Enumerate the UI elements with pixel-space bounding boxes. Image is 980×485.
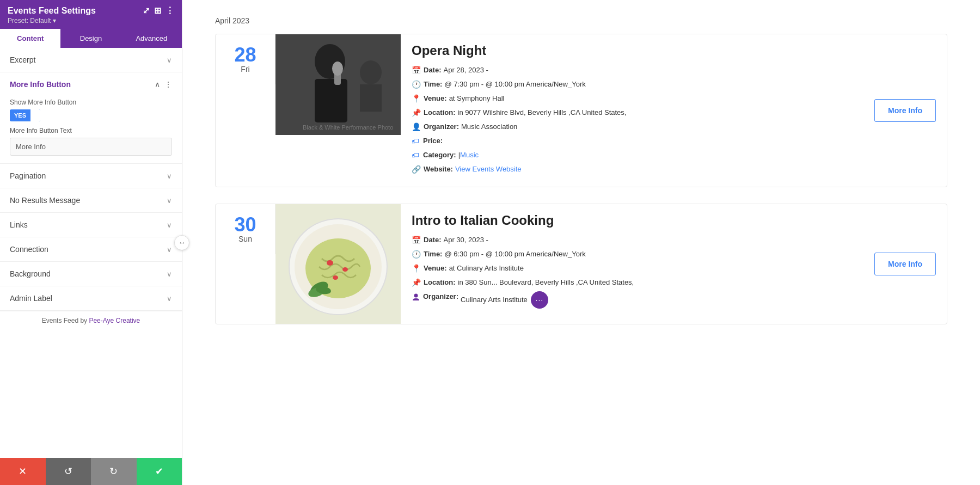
chevron-down-icon: ∨: [167, 294, 172, 303]
meta-location-cooking: 📌 Location: in 380 Sun... Boulevard, Bev…: [412, 277, 853, 288]
chevron-down-icon: ∨: [167, 197, 172, 205]
section-admin-label[interactable]: Admin Label ∨: [0, 286, 182, 311]
section-more-info-button: More Info Button ∧ ⋮ Show More Info Butt…: [0, 72, 182, 164]
map-pin-icon: 📌: [412, 277, 421, 288]
section-admin-label-label: Admin Label: [10, 294, 52, 303]
person-icon: 👤: [412, 121, 421, 133]
preset-label[interactable]: Preset: Default ▾: [8, 17, 174, 24]
show-more-info-toggle[interactable]: YES: [10, 109, 40, 121]
save-button[interactable]: ✔: [137, 458, 182, 485]
event-card-opera: 28 Fri Black & White Performance Photo O…: [215, 34, 947, 187]
event-day-num-opera: 28: [234, 45, 256, 65]
clock-icon: 🕐: [412, 249, 421, 260]
svg-point-15: [333, 275, 338, 280]
meta-organizer-cooking: Organizer: Culinary Arts Institute ···: [412, 291, 853, 309]
category-icon: 🏷: [412, 150, 420, 161]
link-icon: 🔗: [412, 164, 421, 175]
calendar-icon: 📅: [412, 65, 421, 76]
event-image-cooking: [275, 204, 401, 324]
meta-date-cooking: 📅 Date: Apr 30, 2023 -: [412, 235, 853, 246]
chevron-down-icon: ∨: [167, 221, 172, 229]
section-no-results[interactable]: No Results Message ∨: [0, 188, 182, 213]
section-links[interactable]: Links ∨: [0, 213, 182, 237]
person-icon: [412, 291, 420, 303]
section-background[interactable]: Background ∨: [0, 262, 182, 286]
map-pin-icon: 📌: [412, 107, 421, 119]
meta-location-opera: 📌 Location: in 9077 Wilshire Blvd, Bever…: [412, 107, 853, 119]
event-details-cooking: Intro to Italian Cooking 📅 Date: Apr 30,…: [401, 204, 863, 320]
meta-time-cooking: 🕐 Time: @ 6:30 pm - @ 10:00 pm America/N…: [412, 249, 853, 260]
event-details-opera: Opera Night 📅 Date: Apr 28, 2023 - 🕐 Tim…: [401, 34, 863, 187]
meta-time-opera: 🕐 Time: @ 7:30 pm - @ 10:00 pm America/N…: [412, 79, 853, 90]
undo-button[interactable]: ↺: [46, 458, 91, 485]
section-connection-label: Connection: [10, 245, 48, 254]
event-title-opera: Opera Night: [412, 43, 853, 58]
left-panel: Events Feed Settings ⤢ ⊞ ⋮ Preset: Defau…: [0, 0, 182, 485]
meta-organizer-opera: 👤 Organizer: Music Association: [412, 121, 853, 133]
tab-design[interactable]: Design: [60, 29, 121, 48]
more-options-icon[interactable]: ⋮: [166, 5, 174, 16]
resize-handle[interactable]: ↔: [174, 235, 189, 250]
svg-point-13: [327, 260, 333, 266]
svg-point-6: [360, 60, 382, 84]
chevron-down-icon: ∨: [167, 270, 172, 278]
section-no-results-label: No Results Message: [10, 196, 80, 205]
right-panel: April 2023 28 Fri Black & White Performa…: [182, 0, 980, 485]
panel-header: Events Feed Settings ⤢ ⊞ ⋮ Preset: Defau…: [0, 0, 182, 29]
more-info-button-opera[interactable]: More Info: [874, 99, 936, 122]
toggle-handle: [30, 109, 40, 121]
svg-point-20: [414, 294, 418, 298]
chevron-down-icon: ∨: [167, 56, 172, 64]
button-text-label: More Info Button Text: [10, 127, 172, 134]
panel-footer: Events Feed by Pee-Aye Creative: [0, 311, 182, 330]
event-date-opera: 28 Fri: [216, 34, 275, 84]
section-pagination[interactable]: Pagination ∨: [0, 164, 182, 188]
tab-advanced[interactable]: Advanced: [121, 29, 182, 48]
location-pin-icon: 📍: [412, 263, 421, 274]
website-link-opera[interactable]: View Events Website: [455, 164, 522, 175]
event-date-cooking: 30 Sun: [216, 204, 275, 254]
clock-icon: 🕐: [412, 79, 421, 90]
section-pagination-label: Pagination: [10, 171, 46, 180]
section-links-label: Links: [10, 220, 28, 229]
redo-button[interactable]: ↻: [91, 458, 137, 485]
tab-content[interactable]: Content: [0, 29, 60, 48]
organizer-value-cooking: Culinary Arts Institute ···: [461, 291, 548, 309]
month-label: April 2023: [215, 16, 947, 25]
panel-actions: ✕ ↺ ↻ ✔: [0, 458, 182, 485]
panel-body: Excerpt ∨ More Info Button ∧ ⋮ Show More…: [0, 48, 182, 458]
category-link-opera[interactable]: Music: [460, 150, 479, 161]
location-pin-icon: 📍: [412, 93, 421, 105]
meta-price-opera: 🏷 Price:: [412, 136, 853, 147]
footer-link[interactable]: Pee-Aye Creative: [89, 317, 140, 324]
cancel-button[interactable]: ✕: [0, 458, 46, 485]
columns-icon[interactable]: ⊞: [154, 5, 161, 16]
calendar-icon: 📅: [412, 235, 421, 246]
footer-text: Events Feed by: [42, 317, 89, 324]
svg-rect-3: [315, 79, 347, 122]
event-title-cooking: Intro to Italian Cooking: [412, 213, 853, 228]
svg-point-14: [342, 267, 348, 272]
loading-bubble: ···: [531, 291, 548, 309]
section-excerpt[interactable]: Excerpt ∨: [0, 48, 182, 72]
more-info-button-cooking[interactable]: More Info: [874, 253, 936, 275]
svg-rect-7: [360, 84, 382, 112]
event-day-name-opera: Fri: [241, 65, 249, 73]
section-connection[interactable]: Connection ∨: [0, 237, 182, 262]
meta-category-opera: 🏷 Category: | Music: [412, 150, 853, 161]
panel-tabs: Content Design Advanced: [0, 29, 182, 48]
expand-icon[interactable]: ⤢: [143, 5, 150, 16]
meta-date-opera: 📅 Date: Apr 28, 2023 -: [412, 65, 853, 76]
svg-point-5: [332, 62, 343, 76]
more-info-button-text-input[interactable]: [10, 138, 172, 156]
event-day-num-cooking: 30: [234, 215, 256, 235]
collapse-icon[interactable]: ∧: [155, 80, 160, 89]
event-image-opera: Black & White Performance Photo: [275, 34, 401, 135]
section-background-label: Background: [10, 269, 51, 278]
svg-text:Black & White Performance Phot: Black & White Performance Photo: [303, 124, 393, 131]
meta-venue-cooking: 📍 Venue: at Culinary Arts Institute: [412, 263, 853, 274]
toggle-yes-label: YES: [10, 110, 30, 121]
meta-website-opera: 🔗 Website: View Events Website: [412, 164, 853, 175]
more-options-icon[interactable]: ⋮: [164, 80, 172, 89]
event-day-name-cooking: Sun: [238, 235, 252, 243]
